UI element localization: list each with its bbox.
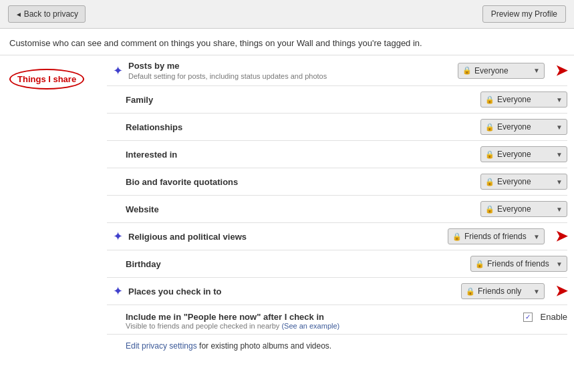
top-bar: Back to privacy Preview my Profile <box>0 0 574 29</box>
privacy-dropdown-places[interactable]: 🔒 Friends only ▼ <box>461 283 545 299</box>
label-text: Bio and favorite quotations <box>126 177 474 187</box>
red-arrow-posts: ➤ <box>555 63 567 78</box>
setting-row-interested-in: Interested in 🔒 Everyone ▼ <box>107 141 567 168</box>
settings-list: ✦ Posts by me Default setting for posts,… <box>107 55 574 355</box>
privacy-dropdown-family[interactable]: 🔒 Everyone ▼ <box>480 91 567 108</box>
dropdown-value: Everyone <box>497 122 531 132</box>
preview-button[interactable]: Preview my Profile <box>482 5 566 23</box>
label-text: Religious and political views <box>128 232 441 242</box>
dropdown-arrow-icon: ▼ <box>556 124 563 131</box>
back-button[interactable]: Back to privacy <box>8 5 86 23</box>
sublabel-text: Default setting for posts, including sta… <box>128 72 451 80</box>
setting-label-family: Family <box>126 95 480 105</box>
diamond-icon-religious: ✦ <box>110 229 126 244</box>
dropdown-value: Friends only <box>478 286 521 296</box>
setting-row-places: ✦ Places you check in to 🔒 Friends only … <box>107 278 567 305</box>
lock-icon: 🔒 <box>485 150 494 159</box>
dropdown-value: Everyone <box>497 95 531 104</box>
edit-row: Edit privacy settings for existing photo… <box>107 335 567 355</box>
privacy-dropdown-religious[interactable]: 🔒 Friends of friends ▼ <box>448 228 545 244</box>
lock-icon: 🔒 <box>485 178 494 186</box>
setting-control-places[interactable]: 🔒 Friends only ▼ ➤ <box>461 283 567 299</box>
lock-icon: 🔒 <box>466 287 475 296</box>
edit-privacy-link[interactable]: Edit privacy settings <box>126 341 197 351</box>
setting-row-website: Website 🔒 Everyone ▼ <box>107 196 567 223</box>
setting-row-posts-by-me: ✦ Posts by me Default setting for posts,… <box>107 55 567 86</box>
setting-control-interested[interactable]: 🔒 Everyone ▼ <box>480 146 567 162</box>
setting-control-bio[interactable]: 🔒 Everyone ▼ <box>480 174 567 190</box>
dropdown-value: Friends of friends <box>487 259 549 268</box>
dropdown-value: Everyone <box>497 150 531 159</box>
lock-icon: 🔒 <box>485 95 494 104</box>
privacy-dropdown-bio[interactable]: 🔒 Everyone ▼ <box>480 174 567 190</box>
label-text: Places you check in to <box>128 286 454 297</box>
dropdown-value: Everyone <box>497 204 531 214</box>
dropdown-value: Everyone <box>497 177 531 186</box>
dropdown-arrow-icon: ▼ <box>556 260 563 268</box>
dropdown-value: Everyone <box>474 66 509 75</box>
red-arrow-religious: ➤ <box>555 229 567 244</box>
checkbox-main-label: Include me in "People here now" after I … <box>126 312 517 322</box>
edit-suffix: for existing photo albums and videos. <box>199 341 331 351</box>
privacy-dropdown-relationships[interactable]: 🔒 Everyone ▼ <box>480 119 567 135</box>
dropdown-arrow-icon: ▼ <box>556 151 563 158</box>
setting-row-religious: ✦ Religious and political views 🔒 Friend… <box>107 223 567 250</box>
things-i-share-label: Things I share <box>9 69 84 89</box>
label-text: Website <box>126 204 474 214</box>
privacy-dropdown-website[interactable]: 🔒 Everyone ▼ <box>480 201 567 217</box>
setting-label-bio: Bio and favorite quotations <box>126 177 480 187</box>
diamond-icon: ✦ <box>110 63 126 78</box>
sidebar: Things I share <box>0 55 107 355</box>
lock-icon: 🔒 <box>485 123 494 132</box>
label-text: Interested in <box>126 150 474 160</box>
enable-checkbox[interactable]: ✓ <box>523 313 533 322</box>
red-arrow-places: ➤ <box>555 284 567 299</box>
privacy-dropdown-interested[interactable]: 🔒 Everyone ▼ <box>480 146 567 162</box>
dropdown-value: Friends of friends <box>464 232 527 241</box>
see-example-link[interactable]: (See an example) <box>281 322 339 330</box>
label-text: Posts by me <box>128 61 451 71</box>
setting-control-family[interactable]: 🔒 Everyone ▼ <box>480 91 567 108</box>
lock-icon: 🔒 <box>452 232 462 241</box>
setting-label-religious: Religious and political views <box>128 232 448 242</box>
description: Customise who can see and comment on thi… <box>0 29 574 55</box>
dropdown-arrow-icon: ▼ <box>556 206 563 213</box>
dropdown-arrow-icon: ▼ <box>533 67 540 74</box>
checkbox-enable[interactable]: ✓ Enable <box>523 312 567 322</box>
setting-label-interested: Interested in <box>126 150 480 160</box>
setting-label-posts: Posts by me Default setting for posts, i… <box>128 61 458 80</box>
setting-control-birthday[interactable]: 🔒 Friends of friends ▼ <box>470 256 567 272</box>
label-text: Family <box>126 95 474 105</box>
setting-row-bio: Bio and favorite quotations 🔒 Everyone ▼ <box>107 168 567 196</box>
setting-label-places: Places you check in to <box>128 286 461 297</box>
dropdown-arrow-icon: ▼ <box>556 96 563 104</box>
lock-icon: 🔒 <box>475 260 484 268</box>
setting-control-relationships[interactable]: 🔒 Everyone ▼ <box>480 119 567 135</box>
checkbox-row: Include me in "People here now" after I … <box>107 305 567 335</box>
enable-text: Enable <box>541 312 567 322</box>
checkbox-sub-label: Visible to friends and people checked in… <box>126 322 517 330</box>
setting-label-birthday: Birthday <box>126 259 470 269</box>
lock-icon: 🔒 <box>462 66 472 75</box>
setting-label-relationships: Relationships <box>126 122 480 132</box>
setting-control-website[interactable]: 🔒 Everyone ▼ <box>480 201 567 217</box>
privacy-dropdown-posts[interactable]: 🔒 Everyone ▼ <box>458 63 545 79</box>
lock-icon: 🔒 <box>485 205 494 214</box>
setting-row-relationships: Relationships 🔒 Everyone ▼ <box>107 114 567 141</box>
setting-row-birthday: Birthday 🔒 Friends of friends ▼ <box>107 250 567 278</box>
setting-control-religious[interactable]: 🔒 Friends of friends ▼ ➤ <box>448 228 567 244</box>
setting-row-family: Family 🔒 Everyone ▼ <box>107 86 567 114</box>
privacy-dropdown-birthday[interactable]: 🔒 Friends of friends ▼ <box>470 256 567 272</box>
dropdown-arrow-icon: ▼ <box>556 178 563 186</box>
checkbox-label-group: Include me in "People here now" after I … <box>126 312 517 330</box>
dropdown-arrow-icon: ▼ <box>533 233 540 240</box>
diamond-icon-places: ✦ <box>110 284 126 299</box>
setting-label-website: Website <box>126 204 480 214</box>
dropdown-arrow-icon: ▼ <box>533 288 540 295</box>
label-text: Birthday <box>126 259 464 269</box>
label-text: Relationships <box>126 122 474 132</box>
setting-control-posts[interactable]: 🔒 Everyone ▼ ➤ <box>458 63 567 79</box>
